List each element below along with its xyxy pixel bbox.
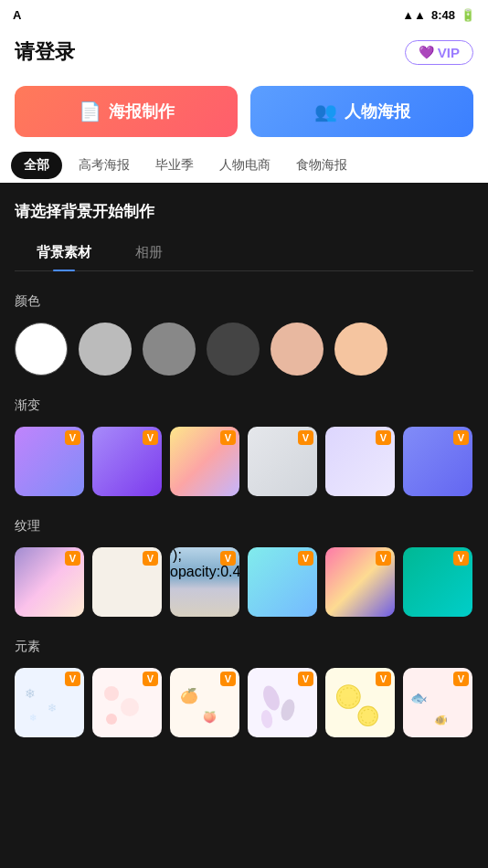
poster-icon: 📄 — [79, 101, 101, 122]
color-gray[interactable] — [143, 323, 196, 376]
sub-tab-material[interactable]: 背景素材 — [15, 237, 113, 270]
texture-item-1[interactable]: V — [15, 547, 84, 617]
category-tabs: 全部 高考海报 毕业季 人物电商 食物海报 — [0, 148, 488, 184]
gradient-item-6[interactable]: V — [403, 427, 472, 496]
tab-all[interactable]: 全部 — [11, 152, 62, 179]
poster-button[interactable]: 📄 海报制作 — [15, 86, 238, 137]
texture-item-2[interactable]: V — [92, 547, 162, 617]
battery-icon: 🔋 — [461, 8, 475, 22]
vip-tex-5: V — [376, 551, 391, 566]
vip-tex-4: V — [298, 551, 313, 566]
texture-section-label: 纹理 — [15, 518, 473, 535]
sub-tabs: 背景素材 相册 — [15, 237, 473, 271]
overlay-panel: 请选择背景开始制作 背景素材 相册 颜色 渐变 V V V V V V — [0, 183, 488, 868]
svg-text:🐟: 🐟 — [410, 690, 428, 706]
vip-tex-6: V — [453, 551, 469, 566]
vip-tex-2: V — [143, 551, 158, 566]
vip-corner-6: V — [453, 430, 469, 445]
action-buttons: 📄 海报制作 👥 人物海报 — [0, 77, 488, 148]
element-item-1[interactable]: V ❄ ❄ ❄ — [15, 668, 84, 737]
gradient-item-4[interactable]: V — [248, 427, 317, 496]
color-section-label: 颜色 — [15, 293, 473, 310]
element-item-2[interactable]: V — [92, 668, 162, 737]
svg-text:🍊: 🍊 — [180, 687, 198, 704]
svg-point-8 — [260, 683, 283, 713]
element-item-4[interactable]: V — [248, 668, 317, 737]
gradient-section-label: 渐变 — [15, 397, 473, 414]
svg-point-11 — [337, 685, 361, 709]
svg-point-5 — [106, 714, 117, 725]
vip-tex-1: V — [65, 551, 80, 566]
vip-corner-2: V — [143, 430, 158, 445]
texture-item-6[interactable]: V — [403, 547, 472, 617]
texture-item-4[interactable]: V — [248, 547, 317, 617]
texture-grid: V V V '); opacity:0.4;"> V V V — [15, 547, 473, 617]
wifi-icon: ▲▲ — [402, 8, 426, 22]
poster-label: 海报制作 — [109, 101, 175, 122]
svg-text:❄: ❄ — [48, 702, 57, 715]
person-poster-icon: 👥 — [314, 101, 337, 122]
svg-point-9 — [279, 698, 297, 723]
color-dark-gray[interactable] — [207, 323, 260, 376]
vip-corner-5: V — [376, 430, 391, 445]
svg-text:❄: ❄ — [25, 686, 36, 701]
gradient-grid: V V V V V V — [15, 427, 473, 496]
element-item-3[interactable]: V 🍊 🍑 — [170, 668, 239, 737]
vip-corner-3: V — [220, 430, 236, 445]
status-right: ▲▲ 8:48 🔋 — [402, 8, 475, 22]
vip-label: VIP — [438, 45, 460, 60]
svg-point-3 — [104, 686, 119, 701]
tab-graduation[interactable]: 毕业季 — [143, 148, 207, 183]
person-poster-button[interactable]: 👥 人物海报 — [250, 86, 473, 137]
texture-item-3[interactable]: V '); opacity:0.4;"> — [170, 547, 239, 617]
gradient-item-2[interactable]: V — [92, 427, 162, 496]
color-light-gray[interactable] — [79, 323, 132, 376]
app-icon: A — [13, 8, 21, 22]
page-title: 请登录 — [15, 38, 75, 66]
element-item-6[interactable]: V 🐟 🐠 — [403, 668, 472, 737]
svg-text:🐠: 🐠 — [434, 714, 448, 726]
tab-food-poster[interactable]: 食物海报 — [283, 148, 360, 183]
element-grid: V ❄ ❄ ❄ V V 🍊 🍑 V — [15, 668, 473, 737]
gradient-item-3[interactable]: V — [170, 427, 239, 496]
vip-corner-4: V — [298, 430, 313, 445]
svg-point-10 — [260, 709, 273, 729]
color-light-peach[interactable] — [334, 323, 387, 376]
battery-time: 8:48 — [431, 8, 455, 22]
panel-title: 请选择背景开始制作 — [15, 201, 473, 222]
vip-badge[interactable]: 💜 VIP — [405, 40, 473, 65]
color-white[interactable] — [15, 323, 68, 376]
color-row — [15, 323, 473, 376]
tab-gaokao[interactable]: 高考海报 — [66, 148, 143, 183]
svg-point-4 — [121, 698, 139, 716]
vip-corner-1: V — [65, 430, 80, 445]
color-peach[interactable] — [271, 323, 324, 376]
svg-text:❄: ❄ — [29, 713, 37, 723]
element-section-label: 元素 — [15, 639, 473, 655]
tab-person-ecom[interactable]: 人物电商 — [207, 148, 283, 183]
gradient-item-1[interactable]: V — [15, 427, 84, 496]
header: 请登录 💜 VIP — [0, 29, 488, 77]
element-item-5[interactable]: V — [325, 668, 395, 737]
person-poster-label: 人物海报 — [345, 101, 410, 122]
vip-heart-icon: 💜 — [419, 45, 434, 59]
gradient-item-5[interactable]: V — [325, 427, 395, 496]
texture-item-5[interactable]: V — [325, 547, 395, 617]
sub-tab-album[interactable]: 相册 — [113, 237, 185, 270]
svg-text:🍑: 🍑 — [203, 710, 217, 724]
status-bar: A ▲▲ 8:48 🔋 — [0, 0, 488, 29]
